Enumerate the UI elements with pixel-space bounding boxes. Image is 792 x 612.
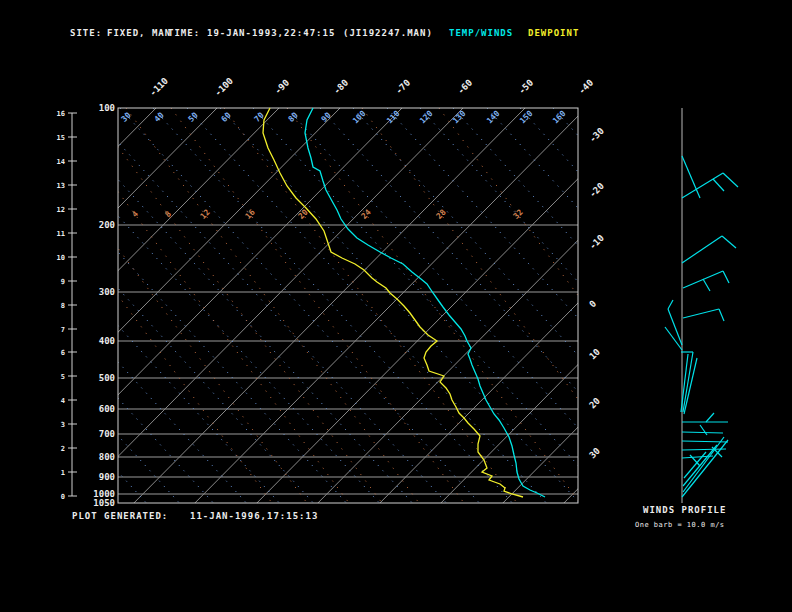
svg-text:9: 9 [61,278,65,286]
svg-text:60: 60 [220,111,233,124]
mixing-ratio-lines [0,108,732,503]
top-temp-labels: -110-100-90-80-70-60-50-40 [148,76,595,98]
svg-text:28: 28 [435,208,448,221]
svg-text:100: 100 [351,109,368,126]
svg-text:30: 30 [120,111,133,124]
dry-adiabat-labels: 30405060708090100110120130140150160 [120,109,568,126]
svg-text:1050: 1050 [93,498,115,508]
svg-text:40: 40 [153,111,166,124]
svg-text:-70: -70 [394,78,413,97]
svg-text:13: 13 [57,182,65,190]
height-axis: 012345678910111213141516 [57,110,77,501]
svg-text:4: 4 [130,209,140,219]
svg-text:32: 32 [512,208,525,221]
svg-text:11: 11 [57,230,65,238]
svg-text:4: 4 [61,397,65,405]
svg-text:7: 7 [61,326,65,334]
pressure-gridlines [118,225,578,494]
svg-text:10: 10 [57,254,65,262]
plot-generated-label: PLOT GENERATED: [72,511,168,521]
svg-text:15: 15 [57,134,65,142]
svg-text:24: 24 [360,208,373,221]
svg-text:120: 120 [418,109,435,126]
svg-text:500: 500 [99,373,115,383]
svg-text:3: 3 [61,421,65,429]
skewt-app-window: SITE: FIXED, MAN TIME: 19-JAN-1993,22:47… [0,0,792,612]
svg-text:30: 30 [587,446,602,461]
right-temp-labels: -30-20-100102030 [587,126,606,461]
svg-text:800: 800 [99,452,115,462]
svg-text:5: 5 [61,373,65,381]
svg-text:-90: -90 [273,78,292,97]
plot-generated-value: 11-JAN-1996,17:15:13 [190,511,318,521]
svg-text:400: 400 [99,336,115,346]
svg-text:700: 700 [99,429,115,439]
svg-text:-30: -30 [587,126,606,145]
svg-text:-110: -110 [148,76,170,98]
svg-text:-100: -100 [213,76,235,98]
svg-text:20: 20 [587,396,602,411]
svg-text:-40: -40 [577,78,596,97]
svg-text:300: 300 [99,287,115,297]
svg-text:160: 160 [551,109,568,126]
svg-text:150: 150 [518,109,535,126]
pressure-labels: 10020030040050060070080090010001050 [93,103,115,508]
svg-text:-10: -10 [587,233,606,252]
svg-text:6: 6 [61,349,65,357]
svg-text:-80: -80 [332,78,351,97]
svg-text:-50: -50 [517,78,536,97]
svg-text:8: 8 [61,302,65,310]
svg-text:100: 100 [99,103,115,113]
plot-frame [118,108,578,503]
svg-text:14: 14 [57,158,65,166]
svg-text:16: 16 [244,208,257,221]
temperature-trace [305,108,545,497]
svg-text:-20: -20 [587,181,606,200]
svg-text:80: 80 [287,111,300,124]
dry-adiabat-lines [0,108,792,507]
svg-text:600: 600 [99,404,115,414]
isotherm-lines [0,104,792,512]
winds-profile-title: WINDS PROFILE [643,505,726,515]
svg-text:8: 8 [163,209,173,219]
svg-text:140: 140 [485,109,502,126]
svg-text:10: 10 [587,347,602,362]
svg-text:90: 90 [320,111,333,124]
svg-text:0: 0 [61,493,65,501]
winds-profile-subtitle: One barb = 10.0 m/s [635,521,725,529]
svg-text:-60: -60 [456,78,475,97]
mixing-line-labels: 48121620242832 [130,208,525,221]
svg-text:12: 12 [199,208,212,221]
svg-text:900: 900 [99,472,115,482]
svg-text:2: 2 [61,445,65,453]
svg-text:1: 1 [61,469,65,477]
svg-text:12: 12 [57,206,65,214]
svg-text:0: 0 [587,299,598,310]
svg-text:130: 130 [451,109,468,126]
svg-text:16: 16 [57,110,65,118]
svg-text:50: 50 [187,111,200,124]
wind-barbs [665,156,738,497]
svg-text:200: 200 [99,220,115,230]
